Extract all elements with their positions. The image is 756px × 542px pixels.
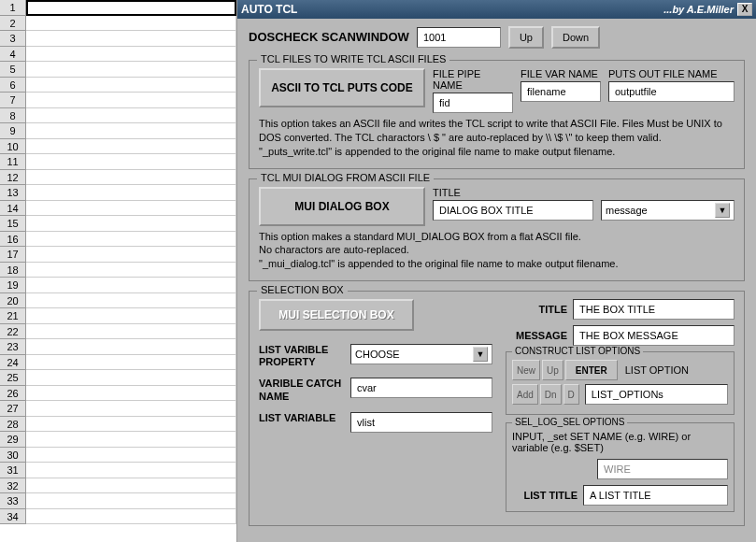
row-header[interactable]: 28: [0, 417, 26, 433]
row-header[interactable]: 7: [0, 93, 26, 108]
row-header[interactable]: 10: [0, 139, 26, 155]
cell[interactable]: [26, 432, 236, 448]
cell[interactable]: [26, 0, 236, 16]
row-header[interactable]: 17: [0, 247, 26, 263]
list-prop-select[interactable]: CHOOSE ▼: [350, 344, 492, 364]
cell[interactable]: [26, 47, 236, 63]
down-button[interactable]: Down: [551, 26, 600, 49]
cell[interactable]: [26, 139, 236, 155]
row-header[interactable]: 18: [0, 263, 26, 278]
cell[interactable]: [26, 232, 236, 248]
spreadsheet-row: 21: [0, 308, 236, 324]
option-input[interactable]: [585, 384, 728, 405]
cell[interactable]: [26, 417, 236, 433]
mui-type-select[interactable]: message ▼: [601, 200, 735, 221]
cell[interactable]: [26, 78, 236, 93]
cell[interactable]: [26, 247, 236, 263]
d-button[interactable]: D: [563, 384, 579, 405]
out-input[interactable]: [608, 81, 735, 102]
spreadsheet-row: 5: [0, 62, 236, 78]
cell[interactable]: [26, 62, 236, 78]
mui-dialog-button[interactable]: MUI DIALOG BOX: [259, 187, 425, 226]
row-header[interactable]: 32: [0, 478, 26, 494]
cell[interactable]: [26, 401, 236, 417]
row-header[interactable]: 1: [0, 0, 26, 16]
row-header[interactable]: 12: [0, 170, 26, 186]
construct-legend: CONSTRUCT LIST OPTIONS: [512, 346, 643, 356]
cell[interactable]: [26, 170, 236, 186]
enter-button[interactable]: ENTER: [565, 360, 618, 380]
cell[interactable]: [26, 154, 236, 170]
cell[interactable]: [26, 308, 236, 324]
cell[interactable]: [26, 31, 236, 47]
up-mini-button[interactable]: Up: [542, 360, 563, 380]
row-header[interactable]: 19: [0, 278, 26, 293]
mui-selection-button[interactable]: MUI SELECTION BOX: [259, 299, 414, 331]
row-header[interactable]: 20: [0, 293, 26, 309]
row-header[interactable]: 4: [0, 47, 26, 63]
listvar-input[interactable]: [350, 412, 492, 433]
pipe-input[interactable]: [433, 93, 513, 113]
cell[interactable]: [26, 493, 236, 509]
row-header[interactable]: 14: [0, 201, 26, 217]
cell[interactable]: [26, 201, 236, 217]
cell[interactable]: [26, 355, 236, 371]
cell[interactable]: [26, 93, 236, 108]
row-header[interactable]: 21: [0, 308, 26, 324]
row-header[interactable]: 25: [0, 370, 26, 386]
box-message-input[interactable]: [573, 325, 735, 346]
cell[interactable]: [26, 278, 236, 293]
cell[interactable]: [26, 448, 236, 464]
ascii-to-tcl-button[interactable]: ASCII TO TCL PUTS CODE: [259, 68, 425, 107]
row-header[interactable]: 6: [0, 78, 26, 93]
cell[interactable]: [26, 463, 236, 478]
doscheck-input[interactable]: [417, 27, 501, 48]
list-title-input[interactable]: [583, 485, 728, 506]
cell[interactable]: [26, 509, 236, 525]
mui-title-input[interactable]: [433, 200, 593, 221]
row-header[interactable]: 23: [0, 339, 26, 355]
row-header[interactable]: 2: [0, 16, 26, 32]
add-button[interactable]: Add: [512, 384, 538, 405]
row-header[interactable]: 27: [0, 401, 26, 417]
row-header[interactable]: 15: [0, 216, 26, 232]
row-header[interactable]: 30: [0, 448, 26, 464]
row-header[interactable]: 11: [0, 154, 26, 170]
cell[interactable]: [26, 370, 236, 386]
row-header[interactable]: 26: [0, 386, 26, 402]
close-icon[interactable]: X: [737, 3, 752, 16]
row-header[interactable]: 31: [0, 463, 26, 478]
cell[interactable]: [26, 263, 236, 278]
cell[interactable]: [26, 108, 236, 124]
row-header[interactable]: 16: [0, 232, 26, 248]
catch-input[interactable]: [350, 378, 492, 398]
wire-input[interactable]: [597, 459, 728, 479]
box-title-input[interactable]: [573, 299, 735, 320]
row-header[interactable]: 3: [0, 31, 26, 47]
row-header[interactable]: 13: [0, 185, 26, 201]
new-button[interactable]: New: [512, 360, 540, 380]
row-header[interactable]: 29: [0, 432, 26, 448]
row-header[interactable]: 33: [0, 493, 26, 509]
var-input[interactable]: [521, 81, 601, 102]
dn-button[interactable]: Dn: [540, 384, 562, 405]
mui-type-value: message: [606, 205, 648, 216]
cell[interactable]: [26, 324, 236, 340]
row-header[interactable]: 34: [0, 509, 26, 525]
cell[interactable]: [26, 123, 236, 139]
chevron-down-icon[interactable]: ▼: [715, 203, 730, 218]
cell[interactable]: [26, 478, 236, 494]
chevron-down-icon[interactable]: ▼: [473, 347, 488, 362]
row-header[interactable]: 22: [0, 324, 26, 340]
cell[interactable]: [26, 386, 236, 402]
row-header[interactable]: 24: [0, 355, 26, 371]
cell[interactable]: [26, 293, 236, 309]
cell[interactable]: [26, 16, 236, 32]
up-button[interactable]: Up: [508, 26, 544, 49]
cell[interactable]: [26, 216, 236, 232]
cell[interactable]: [26, 185, 236, 201]
row-header[interactable]: 5: [0, 62, 26, 78]
row-header[interactable]: 8: [0, 108, 26, 124]
row-header[interactable]: 9: [0, 123, 26, 139]
cell[interactable]: [26, 339, 236, 355]
